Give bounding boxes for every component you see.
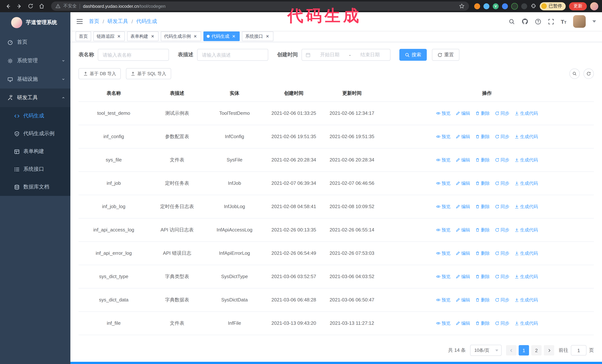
sidebar-item-home[interactable]: 首页 [0,33,70,52]
sync-link[interactable]: 同步 [495,297,509,303]
vue-devtools-icon[interactable]: V [493,3,499,9]
forward-icon[interactable] [15,2,24,10]
page-button-2[interactable]: 2 [531,345,542,355]
extension-people-icon[interactable] [502,3,508,9]
sync-link[interactable]: 同步 [495,273,509,280]
preview-link[interactable]: 预览 [436,250,451,256]
bookmark-star-icon[interactable] [459,3,464,9]
delete-link[interactable]: 删除 [475,157,490,163]
sidebar-item-infrastructure[interactable]: 基础设施 [0,70,70,89]
tab-form-builder[interactable]: 表单构建✕ [127,31,159,41]
puzzle-extensions-icon[interactable] [530,3,537,9]
sync-link[interactable]: 同步 [495,320,509,326]
reset-button[interactable]: 重置 [432,49,459,61]
tab-system-api[interactable]: 系统接口✕ [242,31,273,41]
sidebar-item-form-builder[interactable]: 表单构建 [0,143,70,160]
delete-link[interactable]: 删除 [475,320,490,326]
sync-link[interactable]: 同步 [495,203,509,210]
refresh-table-button[interactable] [583,69,594,79]
generate-code-link[interactable]: 生成代码 [515,180,538,187]
generate-code-link[interactable]: 生成代码 [515,320,538,326]
sync-link[interactable]: 同步 [495,250,509,256]
address-bar[interactable]: 不安全 dashboard.yudao.iocoder.cn/tool/code… [51,1,469,11]
generate-code-link[interactable]: 生成代码 [515,157,538,163]
preview-link[interactable]: 预览 [436,203,451,210]
delete-link[interactable]: 删除 [475,203,490,210]
close-icon[interactable]: ✕ [193,34,198,39]
hamburger-icon[interactable] [76,19,83,24]
edit-link[interactable]: 编辑 [456,203,470,210]
home-icon[interactable] [37,2,46,10]
edit-link[interactable]: 编辑 [456,180,470,187]
preview-link[interactable]: 预览 [436,227,451,233]
page-size-select[interactable]: 10条/页 [470,345,502,356]
sync-link[interactable]: 同步 [495,227,509,233]
close-icon[interactable]: ✕ [265,34,270,39]
delete-link[interactable]: 删除 [475,273,490,280]
extension-drop-icon[interactable] [484,3,489,9]
preview-link[interactable]: 预览 [436,134,451,140]
delete-link[interactable]: 删除 [475,297,490,303]
sync-link[interactable]: 同步 [495,180,509,187]
update-button[interactable]: 更新 [569,2,587,10]
table-name-input[interactable] [98,49,169,61]
sync-link[interactable]: 同步 [495,157,509,163]
sidebar-item-system[interactable]: 系统管理 [0,52,70,70]
delete-link[interactable]: 删除 [475,110,490,116]
back-icon[interactable] [4,2,13,10]
generate-code-link[interactable]: 生成代码 [515,297,538,303]
delete-link[interactable]: 删除 [475,134,490,140]
search-icon[interactable] [508,18,515,25]
next-page-button[interactable] [544,345,554,355]
sidebar-item-db-docs[interactable]: 数据库文档 [0,178,70,196]
github-icon[interactable] [521,18,528,25]
delete-link[interactable]: 删除 [475,180,490,187]
chevron-down-icon[interactable] [592,20,596,23]
close-icon[interactable]: ✕ [116,34,121,39]
generate-code-link[interactable]: 生成代码 [515,110,538,116]
sidebar-item-system-api[interactable]: 系统接口 [0,160,70,178]
sync-link[interactable]: 同步 [495,110,509,116]
tab-tracing[interactable]: 链路追踪✕ [93,31,125,41]
sidebar-item-dev-tools[interactable]: 研发工具 [0,89,70,107]
preview-link[interactable]: 预览 [436,320,451,326]
logo[interactable]: 芋道管理系统 [0,12,70,33]
edit-link[interactable]: 编辑 [456,250,470,256]
close-icon[interactable]: ✕ [231,34,236,39]
edit-link[interactable]: 编辑 [456,157,470,163]
extension-dark-icon[interactable] [521,3,527,9]
generate-code-link[interactable]: 生成代码 [515,134,538,140]
edit-link[interactable]: 编辑 [456,320,470,326]
delete-link[interactable]: 删除 [475,227,490,233]
font-size-icon[interactable]: TT [561,18,566,25]
reload-icon[interactable] [26,2,35,10]
user-avatar[interactable] [573,15,586,28]
sidebar-item-codegen-example[interactable]: 代码生成示例 [0,125,70,143]
edit-link[interactable]: 编辑 [456,110,470,116]
preview-link[interactable]: 预览 [436,157,451,163]
date-range-picker[interactable]: 开始日期 - 结束日期 [301,49,390,61]
edit-link[interactable]: 编辑 [456,227,470,233]
extension-leaf-icon[interactable] [511,3,518,10]
breadcrumb-dev-tools[interactable]: 研发工具 [108,18,128,25]
import-sql-button[interactable]: 基于 SQL 导入 [126,68,171,79]
import-db-button[interactable]: 基于 DB 导入 [78,68,121,79]
preview-link[interactable]: 预览 [436,180,451,187]
sidebar-item-codegen[interactable]: 代码生成 [0,107,70,125]
close-icon[interactable]: ✕ [150,34,155,39]
paused-badge[interactable]: 已暂停 [540,2,566,10]
edit-link[interactable]: 编辑 [456,134,470,140]
table-desc-input[interactable] [197,49,268,61]
generate-code-link[interactable]: 生成代码 [515,203,538,210]
page-button-1[interactable]: 1 [519,345,529,355]
tab-codegen-example[interactable]: 代码生成示例✕ [161,31,201,41]
fullscreen-icon[interactable] [548,18,554,25]
breadcrumb-home[interactable]: 首页 [89,18,99,25]
goto-page-input[interactable] [571,345,586,355]
tab-home[interactable]: 首页 [75,31,91,41]
preview-link[interactable]: 预览 [436,273,451,280]
browser-profile-avatar[interactable] [590,2,598,10]
edit-link[interactable]: 编辑 [456,273,470,280]
extension-orange-icon[interactable] [474,3,480,9]
search-button[interactable]: 搜索 [399,49,427,61]
